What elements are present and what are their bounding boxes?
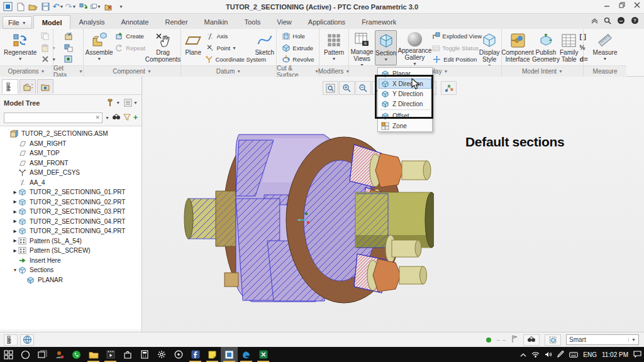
- family-table-button[interactable]: Family Table: [560, 30, 578, 65]
- measure-button[interactable]: Measure ▼: [589, 30, 621, 65]
- zoom-out-button[interactable]: [355, 81, 371, 95]
- tree-row-tutor-2-sectioning-04-prt[interactable]: ▶TUTOR_2_SECTIONING_04.PRT: [0, 217, 142, 227]
- pen-icon[interactable]: [557, 349, 564, 360]
- saved-orientations-button[interactable]: [441, 81, 457, 95]
- folder-browser-tab[interactable]: [19, 79, 36, 94]
- taskbar-whatsapp-icon[interactable]: [68, 347, 85, 362]
- group-label-component[interactable]: Component▼: [84, 65, 180, 77]
- redo-icon[interactable]: ↷▼: [65, 2, 76, 12]
- search-model-button[interactable]: [523, 334, 540, 346]
- shrinkwrap-button[interactable]: [64, 54, 73, 65]
- close-button[interactable]: [634, 2, 640, 11]
- volume-icon[interactable]: [545, 349, 552, 360]
- exploded-view-button[interactable]: Exploded View: [432, 31, 477, 41]
- group-label-model-intent[interactable]: Model Intent▼: [502, 65, 583, 77]
- tree-expander-icon[interactable]: ▶: [12, 229, 18, 234]
- taskbar-excel-icon[interactable]: [255, 347, 272, 362]
- tree-row-asm-top[interactable]: ASM_TOP: [0, 148, 142, 158]
- tab-render[interactable]: Render: [157, 15, 196, 29]
- minimize-ribbon-icon[interactable]: [591, 16, 598, 27]
- group-label-get-data[interactable]: Get Data▼: [53, 65, 83, 77]
- sketch-button[interactable]: Sketch: [254, 30, 275, 65]
- copy-geometry-button[interactable]: [64, 43, 73, 53]
- taskbar-explorer-icon[interactable]: [85, 347, 102, 362]
- publish-geometry-button[interactable]: Publish Geometry: [533, 30, 558, 65]
- regenerate-button[interactable]: Regenerate ▼: [4, 30, 36, 65]
- tree-settings-button[interactable]: ▼: [124, 99, 138, 107]
- tree-expander-icon[interactable]: ▶: [12, 248, 18, 253]
- import-button[interactable]: [64, 31, 73, 41]
- create-button[interactable]: Create: [114, 31, 145, 41]
- component-interface-button[interactable]: Component Interface: [503, 30, 532, 65]
- group-label-operations[interactable]: Operations▼: [0, 65, 53, 77]
- point-button[interactable]: xPoint▼: [205, 43, 253, 53]
- tree-row-asm-right[interactable]: ASM_RIGHT: [0, 139, 142, 149]
- menu-item-z-direction[interactable]: Z Direction: [379, 99, 431, 109]
- tree-expander-icon[interactable]: ▼: [12, 268, 18, 272]
- file-menu-button[interactable]: File▼: [3, 16, 32, 29]
- tab-applications[interactable]: Applications: [300, 15, 353, 29]
- search-options-icon[interactable]: ▼: [105, 116, 109, 120]
- repeat-button[interactable]: Repeat: [114, 43, 145, 53]
- wifi-icon[interactable]: [531, 349, 540, 360]
- taskbar-people-icon[interactable]: [51, 347, 68, 362]
- extrude-button[interactable]: Extrude: [281, 43, 314, 53]
- taskbar-cortana-icon[interactable]: [17, 347, 34, 362]
- toggle-navigator-button[interactable]: [4, 334, 18, 346]
- window-manager-icon[interactable]: ▼: [91, 2, 101, 12]
- group-label-cut-surface[interactable]: Cut & Surface▼: [277, 65, 319, 77]
- tree-row-planar[interactable]: PLANAR: [0, 275, 142, 285]
- keyboard-icon[interactable]: [569, 349, 578, 360]
- tree-row-insert-here[interactable]: Insert Here: [0, 256, 142, 266]
- appearance-gallery-button[interactable]: Appearance Gallery ▼: [398, 30, 431, 65]
- tray-expand-icon[interactable]: [520, 349, 526, 360]
- display-style-button[interactable]: Display Style ▼: [479, 30, 500, 65]
- tree-row-pattern-sl-a-54-[interactable]: ▶Pattern (SL_A_54): [0, 236, 142, 246]
- tab-framework[interactable]: Framework: [353, 15, 404, 29]
- model-tree-tab[interactable]: [2, 79, 18, 94]
- tree-search-input[interactable]: ✕: [4, 112, 103, 123]
- tree-expander-icon[interactable]: ▶: [12, 238, 18, 243]
- tab-analysis[interactable]: Analysis: [70, 15, 113, 29]
- tab-view[interactable]: View: [269, 15, 300, 29]
- tree-row-pattern-sl-screw-[interactable]: ▶Pattern (SL_SCREW): [0, 246, 142, 256]
- tree-row-tutor-2-sectioning-asm[interactable]: TUTOR_2_SECTIONING.ASM: [0, 129, 142, 139]
- hole-button[interactable]: Hole: [281, 31, 314, 41]
- taskbar-edge-icon[interactable]: [238, 347, 255, 362]
- save-icon[interactable]: [40, 2, 51, 12]
- tree-row-tutor-2-sectioning-02-prt[interactable]: ▶TUTOR_2_SECTIONING_02.PRT: [0, 197, 142, 207]
- group-label-modifiers[interactable]: Modifiers▼: [319, 65, 348, 77]
- flag-icon[interactable]: [511, 334, 518, 346]
- taskbar-calculator-icon[interactable]: [136, 347, 153, 362]
- tab-manikin[interactable]: Manikin: [196, 15, 236, 29]
- coordinate-system-button[interactable]: Coordinate System: [205, 54, 253, 65]
- tree-row-tutor-2-sectioning-04-prt[interactable]: ▶TUTOR_2_SECTIONING_04.PRT: [0, 226, 142, 236]
- zoom-fit-button[interactable]: [323, 81, 338, 95]
- find-icon[interactable]: [112, 112, 121, 123]
- tree-row-tutor-2-sectioning-03-prt[interactable]: ▶TUTOR_2_SECTIONING_03.PRT: [0, 207, 142, 217]
- command-search-icon[interactable]: [604, 16, 611, 27]
- group-label-measure[interactable]: Measure: [584, 65, 626, 77]
- 3d-model-sectioned-assembly[interactable]: [179, 124, 434, 313]
- help-icon[interactable]: ?: [631, 16, 639, 27]
- menu-item-planar[interactable]: Planar: [379, 69, 431, 79]
- taskbar-settings-icon[interactable]: [153, 347, 170, 362]
- taskbar-start-button[interactable]: [0, 347, 17, 362]
- tree-row-asm-def-csys[interactable]: ASM_DEF_CSYS: [0, 168, 142, 178]
- feedback-icon[interactable]: [617, 16, 625, 27]
- close-window-icon[interactable]: [103, 2, 114, 12]
- menu-item-y-direction[interactable]: Y Direction: [379, 89, 431, 99]
- filter-icon[interactable]: [123, 112, 131, 123]
- tab-tools[interactable]: Tools: [236, 15, 269, 29]
- tree-expander-icon[interactable]: ▶: [12, 199, 18, 204]
- pattern-button[interactable]: Pattern ▼: [321, 30, 347, 65]
- search-input[interactable]: [4, 114, 96, 121]
- tree-row-asm-front[interactable]: ASM_FRONT: [0, 158, 142, 168]
- customize-icon[interactable]: ▼: [116, 2, 126, 12]
- axis-button[interactable]: Axis: [205, 31, 253, 41]
- menu-item-offset[interactable]: Offset: [379, 111, 431, 121]
- web-browser-button[interactable]: [20, 334, 34, 346]
- restore-button[interactable]: [619, 2, 625, 11]
- add-filter-icon[interactable]: +: [133, 113, 138, 122]
- regenerate-quick-icon[interactable]: [78, 2, 89, 12]
